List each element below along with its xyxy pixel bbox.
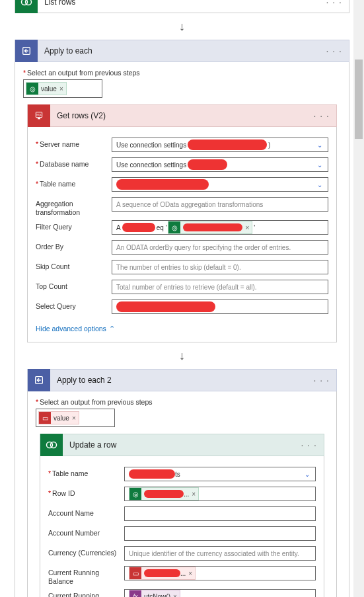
- bal-label: Current Running Balance: [48, 566, 124, 585]
- list-rows-header[interactable]: List rows · · ·: [15, 0, 349, 13]
- dataverse-icon: ◎: [168, 221, 180, 233]
- top-input[interactable]: Total number of entries to retrieve (def…: [112, 280, 328, 294]
- token[interactable]: ▭ ... ×: [129, 567, 196, 580]
- remove-icon[interactable]: ×: [72, 415, 76, 422]
- agg-label: Aggregation transformation: [36, 197, 112, 216]
- apply-each-title: Apply to each: [38, 46, 320, 56]
- select-label: Select Query: [36, 299, 112, 311]
- token-label: value: [54, 415, 69, 422]
- table-label: *Table name: [48, 467, 124, 478]
- token[interactable]: ◎ ... ×: [129, 487, 199, 500]
- output-field-2[interactable]: ▭ value ×: [36, 409, 115, 427]
- output-field[interactable]: ◎ value ×: [23, 79, 102, 98]
- orderby-label: Order By: [36, 240, 112, 251]
- chevron-down-icon: ⌄: [317, 161, 322, 169]
- top-label: Top Count: [36, 280, 112, 291]
- rowid-input[interactable]: ◎ ... ×: [124, 487, 316, 501]
- connector-arrow: ↓: [0, 13, 364, 40]
- chevron-down-icon: ⌄: [317, 141, 322, 149]
- table-label: *Table name: [36, 177, 112, 188]
- output-label: *Select an output from previous steps: [23, 69, 341, 77]
- token-label: utcNow(): [144, 593, 170, 597]
- remove-icon[interactable]: ×: [59, 85, 63, 93]
- acct-num-label: Account Number: [48, 526, 124, 537]
- agg-input[interactable]: A sequence of OData aggregation transfor…: [112, 197, 328, 212]
- redacted: [183, 223, 242, 231]
- currency-label: Currency (Currencies): [48, 546, 124, 557]
- filter-eq: eq ': [157, 224, 167, 231]
- db-label: *Database name: [36, 157, 112, 169]
- table-dropdown[interactable]: ⌄: [112, 177, 328, 192]
- chevron-up-icon: ⌃: [109, 325, 115, 333]
- bal-input[interactable]: ▭ ... ×: [124, 566, 316, 580]
- svg-text:SQL: SQL: [36, 113, 42, 116]
- db-text: Use connection settings: [116, 161, 186, 169]
- get-rows-title: Get rows (V2): [50, 111, 307, 120]
- more-icon[interactable]: · · ·: [307, 110, 336, 121]
- select-input[interactable]: [112, 299, 328, 314]
- sql-icon: ▭: [39, 412, 51, 424]
- remove-icon[interactable]: ×: [188, 570, 192, 577]
- dataverse-icon: ◎: [26, 83, 38, 95]
- remove-icon[interactable]: ×: [192, 491, 196, 498]
- orderby-input[interactable]: An ODATA orderBy query for specifying th…: [112, 240, 328, 255]
- currency-input[interactable]: Unique identifier of the currency associ…: [124, 546, 316, 561]
- skip-label: Skip Count: [36, 260, 112, 271]
- loop-icon: [28, 369, 50, 391]
- value-token[interactable]: ◎ value ×: [26, 82, 67, 95]
- apply-each-2-title: Apply to each 2: [50, 376, 307, 385]
- redacted: [144, 490, 184, 498]
- dataverse-icon: [40, 434, 63, 456]
- get-rows-header[interactable]: SQL Get rows (V2) · · ·: [27, 104, 337, 127]
- apply-to-each-header[interactable]: Apply to each · · ·: [15, 40, 349, 62]
- more-icon[interactable]: · · ·: [320, 0, 349, 7]
- apply-to-each-2-header[interactable]: Apply to each 2 · · ·: [27, 369, 337, 391]
- redacted: [188, 139, 267, 150]
- remove-icon[interactable]: ×: [173, 593, 177, 597]
- acct-name-input[interactable]: [124, 506, 316, 521]
- loop-icon: [15, 40, 38, 62]
- more-icon[interactable]: · · ·: [307, 375, 336, 385]
- redacted: [129, 469, 175, 479]
- svg-rect-5: [38, 118, 40, 119]
- connector-arrow: ↓: [23, 342, 341, 369]
- redacted: [122, 223, 155, 232]
- db-dropdown[interactable]: Use connection settings ⌄: [112, 157, 328, 172]
- token[interactable]: ◎ ×: [168, 221, 252, 234]
- more-icon[interactable]: · · ·: [295, 440, 324, 450]
- update-row-header[interactable]: Update a row · · ·: [40, 434, 324, 456]
- acct-name-label: Account Name: [48, 506, 124, 518]
- redacted: [144, 569, 180, 577]
- update-row-title: Update a row: [63, 440, 295, 450]
- server-text: Use connection settings: [116, 141, 186, 149]
- redacted: [188, 159, 227, 170]
- list-rows-title: List rows: [38, 0, 320, 7]
- server-text-end: ): [268, 141, 270, 149]
- fx-icon: fx: [129, 590, 141, 597]
- filter-text: A: [116, 224, 121, 231]
- bal-date-label: Current Running Balance Date: [48, 589, 124, 597]
- token-label: value: [41, 85, 57, 93]
- skip-input[interactable]: The number of entries to skip (default =…: [112, 260, 328, 274]
- dataverse-icon: ◎: [129, 488, 141, 500]
- rowid-label: *Row ID: [48, 487, 124, 498]
- table-dropdown[interactable]: ts ⌄: [124, 467, 316, 481]
- redacted: [116, 179, 209, 190]
- svg-point-1: [26, 0, 32, 5]
- acct-num-input[interactable]: [124, 526, 316, 541]
- expression-token[interactable]: fx utcNow() ×: [129, 590, 180, 597]
- server-label: *Server name: [36, 138, 112, 149]
- remove-icon[interactable]: ×: [245, 224, 249, 231]
- svg-point-8: [51, 442, 57, 448]
- scrollbar[interactable]: [353, 0, 364, 597]
- filter-input[interactable]: A eq ' ◎ × ': [112, 220, 328, 235]
- filter-label: Filter Query: [36, 220, 112, 231]
- chevron-down-icon: ⌄: [305, 471, 310, 478]
- dataverse-icon: [15, 0, 38, 13]
- bal-date-input[interactable]: fx utcNow() ×: [124, 589, 316, 597]
- sql-icon: ▭: [129, 567, 141, 579]
- hide-advanced-link[interactable]: Hide advanced options⌃: [36, 325, 115, 333]
- value-token[interactable]: ▭ value ×: [38, 411, 79, 424]
- server-dropdown[interactable]: Use connection settings ) ⌄: [112, 138, 328, 152]
- more-icon[interactable]: · · ·: [320, 46, 349, 56]
